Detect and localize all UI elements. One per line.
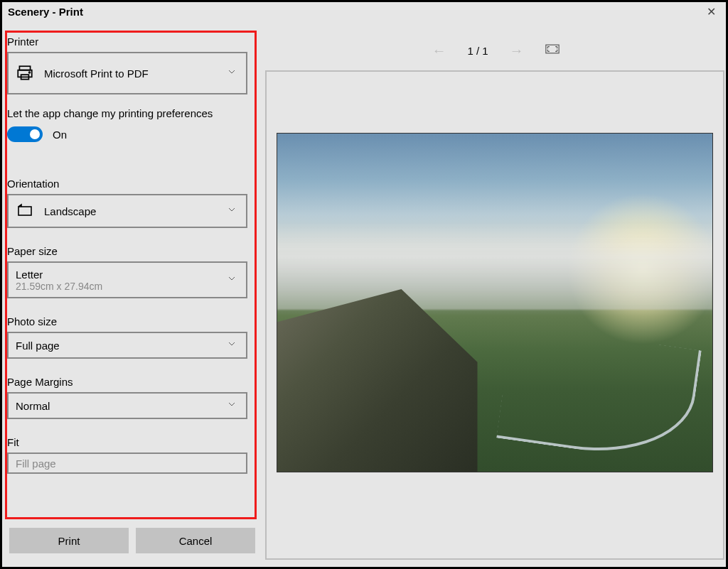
orientation-value: Landscape [44,205,236,217]
photo-label: Photo size [7,313,249,332]
svg-rect-4 [18,207,31,215]
chevron-down-icon [226,204,237,218]
photo-dropdown[interactable]: Full page [7,332,247,359]
paper-value: Letter [16,269,236,281]
paper-dropdown[interactable]: Letter 21.59cm x 27.94cm [7,261,247,298]
printer-value: Microsoft Print to PDF [44,67,236,80]
page-count: 1 / 1 [467,45,488,57]
orientation-label: Orientation [7,175,249,194]
preview-nav: ← 1 / 1 → [265,35,724,66]
margins-dropdown[interactable]: Normal [7,392,247,419]
scenery-image [277,134,712,472]
fit-value: Fill page [16,457,236,470]
chevron-down-icon [226,66,237,80]
printer-dropdown[interactable]: Microsoft Print to PDF [7,52,247,94]
prefs-state: On [53,129,67,141]
prefs-label: Let the app change my printing preferenc… [7,104,249,124]
cancel-button[interactable]: Cancel [136,528,255,553]
landscape-icon [16,202,34,220]
next-page-icon[interactable]: → [508,41,525,60]
preview-page [277,133,713,472]
paper-label: Paper size [7,242,249,261]
close-icon[interactable]: ✕ [702,4,720,20]
prefs-toggle[interactable] [7,126,43,142]
printer-icon [16,64,34,82]
settings-highlight: Printer Microsoft Print to PDF Let the a… [5,31,257,519]
preview-area [265,70,724,560]
prev-page-icon[interactable]: ← [430,41,447,60]
printer-label: Printer [7,33,249,52]
margins-label: Page Margins [7,373,249,392]
fit-label: Fit [7,433,249,453]
chevron-down-icon [226,273,237,287]
svg-point-3 [29,72,31,73]
orientation-dropdown[interactable]: Landscape [7,194,247,228]
print-button[interactable]: Print [9,528,129,553]
paper-sub: 21.59cm x 27.94cm [16,281,236,292]
margins-value: Normal [16,400,236,412]
chevron-down-icon [226,338,237,352]
fit-dropdown[interactable]: Fill page [7,453,247,474]
window-title: Scenery - Print [8,6,83,18]
chevron-down-icon [226,399,237,413]
svg-rect-5 [545,45,558,53]
photo-value: Full page [16,340,236,352]
fullscreen-icon[interactable] [545,44,560,57]
